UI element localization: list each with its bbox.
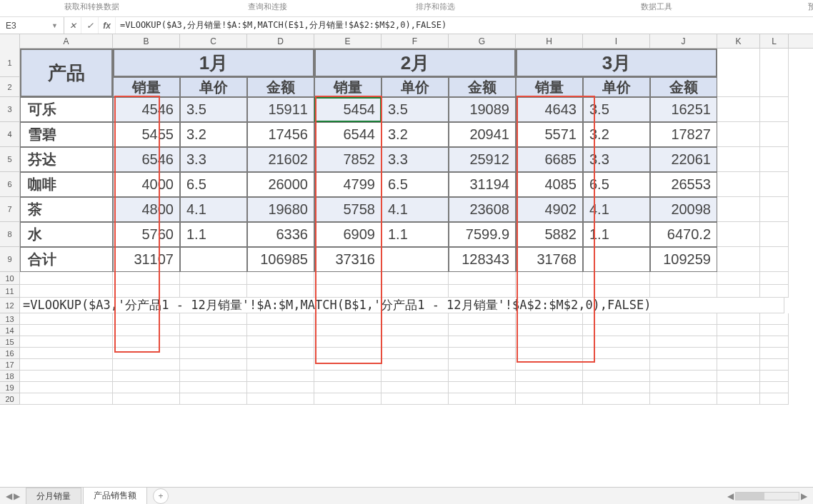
cell-E18[interactable]: [314, 371, 381, 382]
cell-F3[interactable]: 3.5: [381, 97, 449, 122]
cell-J8[interactable]: 6470.2: [650, 222, 717, 247]
row-header-15[interactable]: 15: [0, 336, 20, 348]
tab-product-sales[interactable]: 产品销售额: [83, 487, 147, 505]
cell-J16[interactable]: [650, 348, 717, 359]
cell-C16[interactable]: [180, 348, 247, 359]
cell-I9[interactable]: [583, 247, 650, 272]
cell-A15[interactable]: [20, 336, 113, 348]
cell-D9[interactable]: 106985: [247, 247, 314, 272]
cell-A20[interactable]: [20, 393, 113, 405]
cell-D11[interactable]: [247, 285, 314, 298]
add-sheet-button[interactable]: +: [153, 488, 169, 504]
cell-G14[interactable]: [449, 325, 516, 336]
cell-D15[interactable]: [247, 336, 314, 348]
formula-enter-button[interactable]: ✓: [81, 17, 99, 34]
cell-C10[interactable]: [180, 272, 247, 285]
cell-E8[interactable]: 6909: [314, 222, 381, 247]
col-header-I[interactable]: I: [583, 34, 650, 48]
col-header-K[interactable]: K: [717, 34, 760, 48]
cell-A17[interactable]: [20, 359, 113, 371]
cells-grid[interactable]: 产品1月2月3月销量单价金额销量单价金额销量单价金额可乐45463.515911…: [20, 49, 813, 405]
cell-D16[interactable]: [247, 348, 314, 359]
cell-E6[interactable]: 4799: [314, 172, 381, 197]
cell-J13[interactable]: [650, 313, 717, 325]
horizontal-scrollbar[interactable]: ◀ ▶: [727, 491, 807, 501]
cell-J14[interactable]: [650, 325, 717, 336]
cell-B15[interactable]: [113, 336, 180, 348]
cell-E19[interactable]: [314, 382, 381, 393]
cell-L17[interactable]: [760, 359, 789, 371]
cell-C6[interactable]: 6.5: [180, 172, 247, 197]
row-header-20[interactable]: 20: [0, 393, 20, 405]
cell-F16[interactable]: [381, 348, 449, 359]
cell-C20[interactable]: [180, 393, 247, 405]
cell-H18[interactable]: [516, 371, 583, 382]
cell-H19[interactable]: [516, 382, 583, 393]
cell-L11[interactable]: [760, 285, 789, 298]
select-all-corner[interactable]: [0, 34, 20, 49]
name-box[interactable]: E3 ▼: [0, 17, 64, 34]
row-headers[interactable]: 1234567891011121314151617181920: [0, 49, 20, 405]
row-header-3[interactable]: 3: [0, 97, 20, 122]
cell-H13[interactable]: [516, 313, 583, 325]
cell-I6[interactable]: 6.5: [583, 172, 650, 197]
cell-I18[interactable]: [583, 371, 650, 382]
col-header-L[interactable]: L: [760, 34, 789, 48]
cell-K7[interactable]: [717, 197, 760, 222]
formula-input[interactable]: =VLOOKUP($A3,分月销量!$A:$M,MATCH(E$1,分月销量!$…: [116, 17, 813, 34]
table-corner[interactable]: 产品: [20, 49, 113, 97]
cell-C17[interactable]: [180, 359, 247, 371]
row-header-16[interactable]: 16: [0, 348, 20, 359]
cell-G9[interactable]: 128343: [449, 247, 516, 272]
cell-F19[interactable]: [381, 382, 449, 393]
cell-D10[interactable]: [247, 272, 314, 285]
cell-J7[interactable]: 20098: [650, 197, 717, 222]
cell-L14[interactable]: [760, 325, 789, 336]
cell-A10[interactable]: [20, 272, 113, 285]
cell-J11[interactable]: [650, 285, 717, 298]
cell-L5[interactable]: [760, 147, 789, 172]
cell-D17[interactable]: [247, 359, 314, 371]
cell-F7[interactable]: 4.1: [381, 197, 449, 222]
cell-I10[interactable]: [583, 272, 650, 285]
cell-B18[interactable]: [113, 371, 180, 382]
sub-header-1[interactable]: 单价: [180, 77, 247, 97]
cell-B17[interactable]: [113, 359, 180, 371]
cell-B19[interactable]: [113, 382, 180, 393]
cell-C13[interactable]: [180, 313, 247, 325]
cell-L15[interactable]: [760, 336, 789, 348]
cell-I14[interactable]: [583, 325, 650, 336]
cell-G15[interactable]: [449, 336, 516, 348]
month-header-2[interactable]: 2月: [314, 49, 516, 77]
cell-G13[interactable]: [449, 313, 516, 325]
cell-I4[interactable]: 3.2: [583, 122, 650, 147]
row-header-4[interactable]: 4: [0, 122, 20, 147]
cell-G7[interactable]: 23608: [449, 197, 516, 222]
cell-H3[interactable]: 4643: [516, 97, 583, 122]
cell-B7[interactable]: 4800: [113, 197, 180, 222]
col-header-C[interactable]: C: [180, 34, 247, 48]
cell-L4[interactable]: [760, 122, 789, 147]
cell-E3[interactable]: 5454: [314, 97, 381, 122]
cell-L1[interactable]: [760, 49, 789, 97]
month-header-3[interactable]: 3月: [516, 49, 717, 77]
cell-D4[interactable]: 17456: [247, 122, 314, 147]
cell-I11[interactable]: [583, 285, 650, 298]
cell-D20[interactable]: [247, 393, 314, 405]
row-header-11[interactable]: 11: [0, 285, 20, 298]
cell-H16[interactable]: [516, 348, 583, 359]
cell-B20[interactable]: [113, 393, 180, 405]
cell-C7[interactable]: 4.1: [180, 197, 247, 222]
row-label-5[interactable]: 水: [20, 222, 113, 247]
cell-A16[interactable]: [20, 348, 113, 359]
cell-K18[interactable]: [717, 371, 760, 382]
row-header-12[interactable]: 12: [0, 298, 20, 313]
cell-G5[interactable]: 25912: [449, 147, 516, 172]
sub-header-6[interactable]: 销量: [516, 77, 583, 97]
cell-K4[interactable]: [717, 122, 760, 147]
col-header-E[interactable]: E: [314, 34, 381, 48]
sub-header-2[interactable]: 金额: [247, 77, 314, 97]
cell-K8[interactable]: [717, 222, 760, 247]
formula-cancel-button[interactable]: ✕: [64, 17, 81, 34]
row-header-17[interactable]: 17: [0, 359, 20, 371]
